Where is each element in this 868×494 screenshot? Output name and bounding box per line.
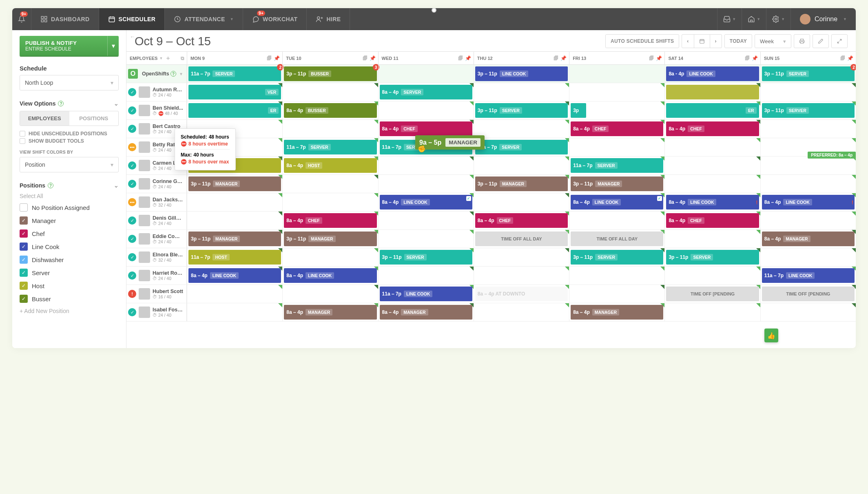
today-button[interactable]: TODAY	[724, 34, 752, 48]
shift-block[interactable]: 8a – 4p AT DOWNTO	[475, 287, 568, 301]
shift-block[interactable]: 8a – 4pCHEF	[284, 213, 376, 228]
day-cell[interactable]	[378, 267, 474, 284]
pin-icon[interactable]: 📌	[465, 55, 471, 61]
day-cell[interactable]	[378, 157, 474, 174]
day-cell[interactable]: 3p – 11pSERVER	[569, 248, 664, 266]
prev-week-button[interactable]: ‹	[682, 34, 694, 48]
day-cell[interactable]	[187, 303, 282, 321]
shift-block[interactable]: 3p – 11pLINE COOK	[475, 66, 568, 81]
day-cell[interactable]: 8a – 4pCHEF	[664, 120, 760, 138]
nav-scheduler[interactable]: SCHEDULER	[99, 8, 165, 30]
day-cell[interactable]	[474, 157, 569, 174]
position-filter-item[interactable]: ✓Busser	[20, 292, 119, 305]
day-cell[interactable]: 3p	[569, 101, 664, 119]
chevron-down-icon[interactable]: ⌄	[114, 182, 119, 189]
shift-block[interactable]: 3p – 11pSERVER	[475, 103, 568, 118]
day-cell[interactable]	[664, 157, 760, 174]
checkbox[interactable]	[20, 203, 28, 212]
note-icon[interactable]: 🗐	[363, 55, 368, 61]
checkbox[interactable]: ✓	[20, 269, 28, 277]
user-menu[interactable]: Corinne ▼	[791, 8, 856, 30]
day-cell[interactable]	[664, 303, 760, 321]
checkbox[interactable]: ✓	[20, 295, 28, 303]
note-icon[interactable]: 🗐	[745, 55, 750, 61]
day-cell[interactable]: ER	[664, 101, 760, 119]
day-cell[interactable]: 8a – 4pBUSSER	[282, 101, 378, 119]
day-cell[interactable]: 8a – 4pSERVER	[378, 83, 474, 101]
day-cell[interactable]	[664, 175, 760, 193]
note-icon[interactable]: 🗐	[554, 55, 558, 61]
day-cell[interactable]	[664, 267, 760, 284]
day-cell[interactable]	[282, 120, 378, 138]
chevron-down-icon[interactable]: ▼	[159, 56, 163, 60]
shift-block[interactable]: 3p – 11pMANAGER	[571, 176, 663, 191]
day-cell[interactable]	[760, 175, 856, 193]
day-cell[interactable]: 11a – 7pSERVER	[282, 138, 378, 156]
day-cell[interactable]	[569, 212, 664, 229]
pin-icon[interactable]: 📌	[560, 55, 567, 61]
day-cell[interactable]	[664, 83, 760, 101]
checkbox[interactable]: ✓	[20, 229, 28, 238]
day-cell[interactable]	[187, 212, 282, 229]
shift-block[interactable]: 3p – 11pMANAGER	[188, 176, 281, 191]
shift-block[interactable]: 11a – 7pSERVER	[284, 140, 376, 154]
day-cell[interactable]	[187, 285, 282, 303]
day-cell[interactable]	[474, 83, 569, 101]
position-filter-item[interactable]: ✓Line Cook	[20, 240, 119, 253]
shift-block[interactable]: 8a – 4pCHEF	[666, 121, 759, 136]
shift-block[interactable]: 3p – 11pSERVER	[571, 250, 663, 265]
timeoff-block[interactable]: TIME OFF ALL DAY	[475, 232, 568, 246]
shift-block[interactable]: 8a – 4pLINE COOK✓	[380, 195, 472, 210]
day-cell[interactable]: 8a – 4pCHEF	[474, 212, 569, 229]
day-cell[interactable]: 3p – 11pSERVER	[474, 101, 569, 119]
day-cell[interactable]	[187, 193, 282, 211]
day-header[interactable]: WED 11🗐📌	[378, 52, 474, 64]
copy-icon[interactable]: ⧉	[181, 55, 184, 61]
day-cell[interactable]: 8a – 4pMANAGER	[760, 230, 856, 248]
day-cell[interactable]: 3p – 11pMANAGER	[187, 175, 282, 193]
day-cell[interactable]: 11a – 7pSERVER	[474, 138, 569, 156]
chevron-down-icon[interactable]: ▾	[107, 36, 119, 56]
settings-menu[interactable]: ▼	[766, 8, 791, 30]
shift-block[interactable]: 11a – 7pHOST	[188, 250, 281, 265]
position-filter-item[interactable]: ✓Server	[20, 266, 119, 279]
shift-block[interactable]: 3p – 11pMANAGER	[475, 176, 568, 191]
day-cell[interactable]	[760, 212, 856, 229]
day-cell[interactable]	[282, 285, 378, 303]
nav-hire[interactable]: HIRE	[307, 8, 350, 30]
back-arrow[interactable]: ←	[130, 33, 135, 40]
day-cell[interactable]: 8a – 4pLINE COOK!	[760, 193, 856, 211]
position-filter-item[interactable]: ✓Host	[20, 279, 119, 292]
checkbox[interactable]: ✓	[20, 243, 28, 251]
shift-block[interactable]: 3p – 11pSERVER	[380, 250, 472, 265]
shift-block[interactable]: 8a – 4pMANAGER	[380, 305, 472, 320]
position-filter-item[interactable]: ✓Manager	[20, 214, 119, 227]
day-cell[interactable]: 8a – 4pMANAGER	[569, 303, 664, 321]
nav-workchat[interactable]: WORKCHAT 9+	[243, 8, 307, 30]
day-cell[interactable]	[760, 120, 856, 138]
select-all[interactable]: Select All	[20, 193, 119, 199]
expand-button[interactable]	[831, 34, 848, 48]
day-header[interactable]: TUE 10🗐📌	[282, 52, 378, 64]
shift-block[interactable]: 3p – 11pSERVER	[762, 103, 855, 118]
shift-block[interactable]: 8a – 4pHOST	[284, 158, 376, 173]
day-cell[interactable]	[760, 303, 856, 321]
day-cell[interactable]: ER	[187, 101, 282, 119]
shift-block[interactable]: 11a – 7pSERVER	[475, 140, 568, 154]
shift-block[interactable]: 8a – 4pLINE COOK✓	[571, 195, 663, 210]
day-cell[interactable]: 3p – 11pBUSSER3	[282, 65, 378, 83]
day-cell[interactable]	[282, 248, 378, 266]
shift-block[interactable]: 8a – 4pLINE COOK!	[762, 195, 855, 210]
add-position-button[interactable]: + Add New Position	[20, 305, 119, 317]
shift-block[interactable]: 8a – 4pLINE COOK!	[666, 195, 759, 210]
color-by-select[interactable]: Position ▾	[20, 157, 119, 172]
day-cell[interactable]: 8a – 4pMANAGER	[378, 303, 474, 321]
notifications-button[interactable]: 9+	[12, 8, 31, 30]
hide-unscheduled-checkbox[interactable]: HIDE UNSCHEDULED POSITIONS	[20, 131, 119, 137]
add-employee-button[interactable]: ＋	[165, 55, 171, 62]
shift-block[interactable]: 3p	[571, 103, 586, 118]
pin-icon[interactable]: 📌	[752, 55, 758, 61]
pin-icon[interactable]: 📌	[847, 55, 853, 61]
pin-icon[interactable]: 📌	[370, 55, 376, 61]
day-cell[interactable]: 8a – 4pLINE COOK!	[664, 193, 760, 211]
